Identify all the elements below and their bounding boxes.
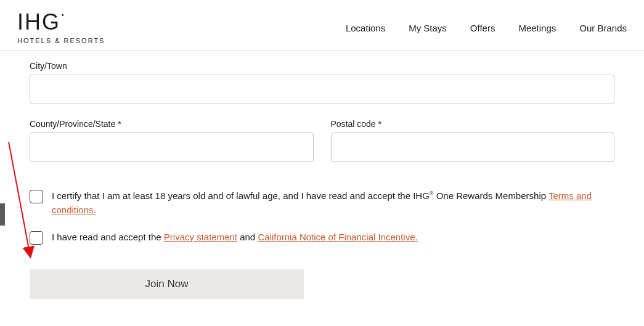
nav-locations[interactable]: Locations [346, 23, 385, 33]
privacy-consent-checkbox[interactable] [30, 231, 43, 245]
age-consent-pre: I certify that I am at least 18 years ol… [52, 190, 430, 201]
brand-logo[interactable]: IHG• HOTELS & RESORTS [17, 11, 105, 44]
registered-mark: ® [430, 190, 434, 197]
privacy-mid: and [237, 232, 258, 242]
state-input[interactable] [30, 132, 314, 162]
city-label: City/Town [30, 61, 614, 71]
postal-input[interactable] [331, 132, 615, 162]
privacy-statement-link[interactable]: Privacy statement [164, 232, 237, 242]
signup-form: City/Town County/Province/State * Postal… [0, 51, 644, 299]
age-consent-post: One Rewards Membership [434, 190, 548, 201]
logo-text: IHG• [17, 11, 64, 33]
postal-label: Postal code * [331, 119, 615, 129]
nav-meetings[interactable]: Meetings [518, 23, 556, 33]
primary-nav: Locations My Stays Offers Meetings Our B… [346, 23, 632, 33]
join-now-button[interactable]: Join Now [30, 269, 304, 299]
nav-offers[interactable]: Offers [470, 23, 495, 33]
nav-our-brands[interactable]: Our Brands [579, 23, 627, 33]
site-header: IHG• HOTELS & RESORTS Locations My Stays… [0, 0, 644, 51]
city-input[interactable] [30, 75, 614, 104]
privacy-pre: I have read and accept the [52, 232, 164, 242]
nav-my-stays[interactable]: My Stays [409, 23, 447, 33]
age-consent-checkbox[interactable] [30, 190, 43, 203]
california-notice-link[interactable]: California Notice of Financial Incentive… [258, 232, 417, 242]
age-consent-text: I certify that I am at least 18 years ol… [52, 189, 614, 217]
privacy-consent-text: I have read and accept the Privacy state… [52, 230, 418, 245]
state-label: County/Province/State * [30, 119, 314, 129]
feedback-tab[interactable] [0, 203, 5, 226]
logo-subtitle: HOTELS & RESORTS [17, 37, 105, 44]
